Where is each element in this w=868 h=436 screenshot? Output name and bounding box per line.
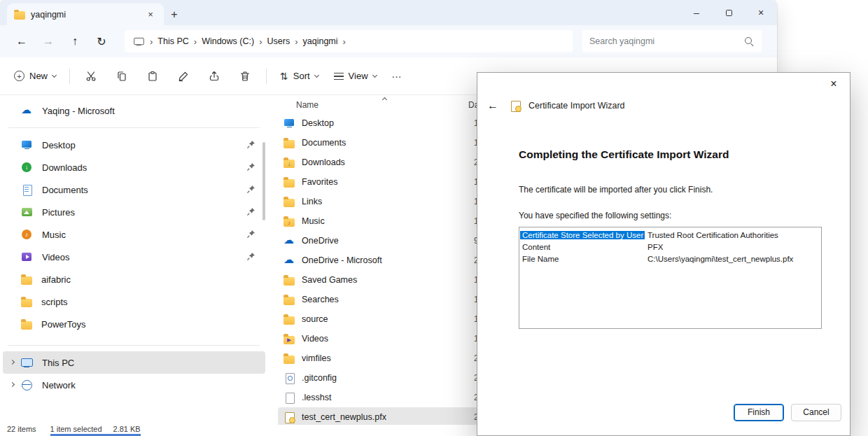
explorer-tab[interactable]: yaqingmi × <box>7 3 164 25</box>
more-button[interactable]: ··· <box>385 64 409 89</box>
sidebar-item-aifabric[interactable]: aifabric <box>3 268 265 290</box>
sidebar-label: aifabric <box>41 274 71 285</box>
sidebar-item-documents[interactable]: Documents <box>3 178 265 201</box>
settings-list[interactable]: Certificate Store Selected by User Trust… <box>519 227 822 329</box>
desktop-icon <box>284 118 295 129</box>
refresh-button[interactable]: ↻ <box>88 30 115 52</box>
close-button[interactable]: × <box>745 0 777 25</box>
onedrive-icon <box>21 106 33 116</box>
certificate-import-wizard-dialog: × ← Certificate Import Wizard Completing… <box>477 72 850 436</box>
sidebar-item-onedrive-account[interactable]: Yaqing - Microsoft <box>3 99 265 122</box>
search-box[interactable] <box>582 30 762 52</box>
breadcrumb-this-pc[interactable]: This PC <box>158 36 188 46</box>
downloads-folder-icon <box>284 160 295 168</box>
wizard-heading: Completing the Certificate Import Wizard <box>519 148 822 161</box>
pictures-icon <box>21 207 33 218</box>
folder-icon <box>21 276 32 285</box>
copy-button[interactable] <box>107 64 136 89</box>
back-button[interactable]: ← <box>8 30 35 52</box>
rename-button[interactable] <box>169 64 198 89</box>
setting-key: Content <box>520 243 645 251</box>
music-folder-icon <box>284 218 295 227</box>
cancel-button[interactable]: Cancel <box>791 404 841 421</box>
settings-row-content[interactable]: Content PFX <box>520 241 820 253</box>
new-tab-button[interactable]: + <box>164 4 185 25</box>
certificate-icon <box>510 101 522 111</box>
sidebar-item-pictures[interactable]: Pictures <box>3 201 265 223</box>
tab-strip: yaqingmi × + – × <box>0 0 777 25</box>
dialog-titlebar[interactable]: × <box>477 73 850 94</box>
search-input[interactable] <box>589 36 744 46</box>
column-header-name[interactable]: Name <box>296 100 318 110</box>
wizard-footer: Finish Cancel <box>477 399 850 435</box>
setting-key: Certificate Store Selected by User <box>520 231 645 239</box>
file-name: Searches <box>302 295 474 304</box>
file-name: Desktop <box>302 118 474 128</box>
folder-icon <box>284 316 295 325</box>
videos-icon <box>21 252 33 262</box>
pin-icon <box>246 207 255 216</box>
setting-key: File Name <box>520 255 645 263</box>
tab-close-icon[interactable]: × <box>143 7 158 22</box>
breadcrumb[interactable]: › This PC › Windows (C:) › Users › yaqin… <box>125 30 573 52</box>
sidebar-label: PowerToys <box>41 319 86 330</box>
sidebar-item-desktop[interactable]: Desktop <box>3 134 265 156</box>
folder-icon <box>21 299 32 307</box>
file-name: Music <box>302 216 474 226</box>
sidebar-label: Videos <box>42 252 70 262</box>
up-button[interactable]: ↑ <box>62 30 88 52</box>
sidebar-item-music[interactable]: Music <box>3 223 265 246</box>
file-name: test_cert_newplus.pfx <box>302 412 474 422</box>
onedrive-account-label: Yaqing - Microsoft <box>42 106 115 116</box>
delete-button[interactable] <box>230 64 260 89</box>
file-name: Documents <box>302 138 474 148</box>
back-arrow-icon[interactable]: ← <box>487 99 503 112</box>
view-button[interactable]: View <box>327 64 384 89</box>
paste-icon <box>147 71 158 82</box>
setting-value: Trusted Root Certification Authorities <box>645 231 781 239</box>
forward-button[interactable]: → <box>35 30 62 52</box>
selection-status: 1 item selected 2.81 KB <box>50 425 141 436</box>
sidebar-label: Network <box>42 380 76 391</box>
dialog-close-icon[interactable]: × <box>822 76 846 92</box>
cut-button[interactable] <box>76 64 106 89</box>
folder-icon <box>284 277 295 286</box>
sidebar-item-powertoys[interactable]: PowerToys <box>3 313 265 335</box>
sidebar-item-downloads[interactable]: Downloads <box>3 156 265 178</box>
breadcrumb-windows-c[interactable]: Windows (C:) <box>202 36 254 46</box>
chevron-expand-icon[interactable] <box>10 382 15 387</box>
sidebar-item-videos[interactable]: Videos <box>3 246 265 268</box>
sidebar-label: This PC <box>42 358 74 368</box>
divider <box>8 127 260 128</box>
breadcrumb-yaqingmi[interactable]: yaqingmi <box>303 36 338 46</box>
desktop-icon <box>21 140 33 150</box>
settings-row-filename[interactable]: File Name C:\Users\yaqingmi\test_cert_ne… <box>520 253 820 265</box>
music-icon <box>21 230 33 240</box>
minimize-button[interactable]: – <box>680 0 713 25</box>
folder-icon <box>284 297 295 305</box>
file-name: .lesshst <box>302 393 474 402</box>
sidebar-scrollbar[interactable] <box>262 142 265 220</box>
wizard-header: ← Certificate Import Wizard <box>477 94 850 118</box>
file-name: Favorites <box>302 177 474 187</box>
maximize-icon <box>726 10 732 16</box>
view-label: View <box>349 71 368 81</box>
maximize-button[interactable] <box>713 0 745 25</box>
sort-button[interactable]: ⇅ Sort <box>273 64 326 89</box>
sort-label: Sort <box>293 71 310 81</box>
chevron-expand-icon[interactable] <box>10 360 15 365</box>
sidebar-item-scripts[interactable]: scripts <box>3 290 265 313</box>
new-button[interactable]: + New <box>7 64 63 89</box>
item-count: 22 items <box>7 425 36 433</box>
new-icon: + <box>14 71 24 81</box>
breadcrumb-users[interactable]: Users <box>267 36 290 46</box>
sidebar-label: Downloads <box>42 162 87 173</box>
settings-row-store[interactable]: Certificate Store Selected by User Trust… <box>520 229 820 241</box>
paste-button[interactable] <box>138 64 167 89</box>
file-name: .gitconfig <box>302 373 474 383</box>
sidebar-label: Documents <box>42 185 88 195</box>
sidebar-item-network[interactable]: Network <box>3 374 265 396</box>
share-button[interactable] <box>200 64 229 89</box>
finish-button[interactable]: Finish <box>734 404 784 421</box>
sidebar-item-this-pc[interactable]: This PC <box>3 351 265 374</box>
